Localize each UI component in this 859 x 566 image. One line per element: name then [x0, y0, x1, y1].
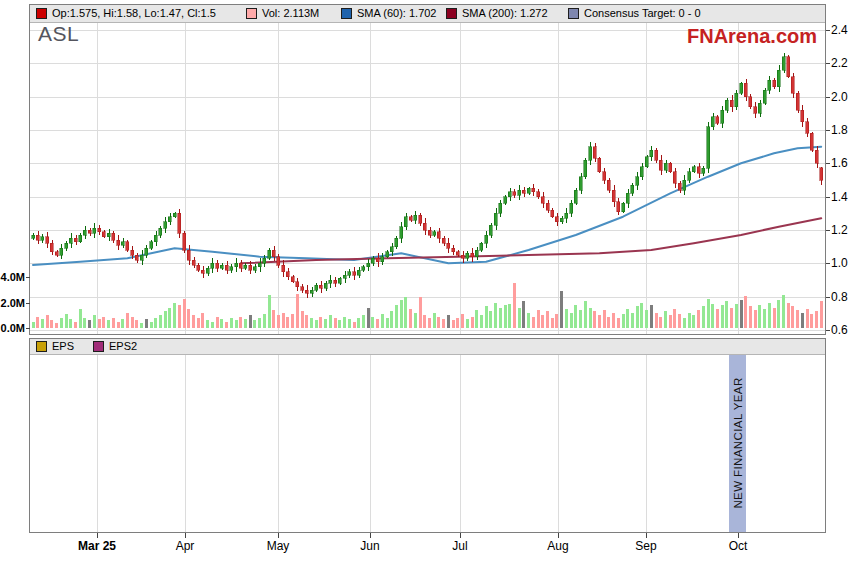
volume-bar	[570, 313, 573, 328]
candle-body	[763, 90, 766, 103]
volume-bar	[164, 311, 167, 328]
volume-bar	[456, 318, 459, 328]
candle-body	[744, 83, 747, 96]
volume-bar	[197, 318, 200, 328]
volume-bar	[216, 317, 219, 329]
volume-bar	[442, 319, 445, 328]
candle-body	[79, 235, 82, 242]
volume-bar	[447, 315, 450, 328]
month-axis-tick	[278, 533, 279, 538]
price-axis-label: 1.0	[831, 256, 859, 270]
volume-bar	[527, 313, 530, 328]
volume-bar	[249, 315, 252, 328]
legend-item-ohlc: Op:1.575, Hi:1.58, Lo:1.47, Cl:1.5	[36, 7, 216, 19]
legend-label: EPS2	[109, 340, 137, 352]
volume-bar	[782, 295, 785, 328]
consensus-target-swatch-icon	[568, 8, 579, 19]
eps-chart-canvas	[30, 339, 825, 532]
volume-axis-label: 0.0M	[0, 322, 25, 334]
candle-body	[777, 70, 780, 87]
volume-bar	[409, 309, 412, 328]
candle-body	[41, 237, 44, 240]
candle-body	[192, 260, 195, 265]
volume-swatch-icon	[246, 8, 257, 19]
candle-body	[88, 230, 91, 233]
eps-panel: EPSEPS2 NEW FINANCIAL YEAR	[29, 338, 826, 533]
candle-body	[187, 250, 190, 260]
volume-bar	[390, 311, 393, 328]
volume-bar	[659, 317, 662, 329]
legend-label: Consensus Target: 0 - 0	[584, 7, 701, 19]
candle-body	[716, 117, 719, 124]
volume-bar	[763, 309, 766, 328]
candle-body	[117, 240, 120, 245]
candle-body	[36, 235, 39, 240]
volume-bar	[466, 319, 469, 328]
candle-body	[810, 133, 813, 150]
candle-body	[301, 287, 304, 290]
candle-body	[319, 285, 322, 288]
volume-bar	[428, 318, 431, 328]
candle-body	[201, 270, 204, 273]
new-financial-year-label: NEW FINANCIAL YEAR	[732, 377, 744, 508]
candle-body	[419, 215, 422, 223]
candle-body	[286, 272, 289, 277]
volume-bar	[131, 317, 134, 329]
candle-body	[211, 263, 214, 268]
candle-body	[480, 243, 483, 250]
volume-bar	[79, 309, 82, 328]
volume-bar	[702, 306, 705, 328]
candle-body	[338, 278, 341, 283]
volume-bar	[404, 297, 407, 328]
candle-body	[707, 127, 710, 169]
volume-axis-label: 4.0M	[0, 271, 25, 283]
candle-body	[409, 217, 412, 220]
volume-bar	[154, 318, 157, 328]
candle-body	[230, 267, 233, 270]
volume-bar	[640, 303, 643, 329]
candle-body	[730, 100, 733, 107]
sma200-line	[241, 218, 822, 263]
candle-body	[773, 80, 776, 87]
volume-bar	[806, 309, 809, 328]
candle-body	[121, 242, 124, 245]
candle-body	[447, 243, 450, 248]
volume-bar	[192, 315, 195, 328]
volume-bar	[593, 311, 596, 328]
volume-axis-tick	[26, 328, 30, 329]
candle-body	[371, 258, 374, 263]
volume-bar	[758, 305, 761, 328]
volume-bar	[688, 313, 691, 328]
candle-body	[164, 222, 167, 229]
volume-bar	[319, 317, 322, 329]
month-axis-tick	[646, 533, 647, 538]
candle-body	[50, 243, 53, 251]
site-logo: FNArena.com	[687, 25, 817, 48]
price-axis-label: 1.4	[831, 190, 859, 204]
candle-body	[664, 163, 667, 170]
volume-bar	[537, 310, 540, 328]
candle-body	[386, 252, 389, 257]
month-label-apr: Apr	[176, 539, 195, 553]
volume-bar	[522, 301, 525, 328]
volume-bar	[683, 318, 686, 328]
month-label-aug: Aug	[547, 539, 568, 553]
volume-bar	[338, 320, 341, 328]
volume-bar	[513, 283, 516, 328]
candle-body	[725, 100, 728, 110]
candle-body	[225, 265, 228, 270]
volume-bar	[725, 301, 728, 328]
candle-body	[678, 183, 681, 190]
candle-body	[787, 57, 790, 77]
volume-bar	[55, 323, 58, 328]
sma200-swatch-icon	[446, 8, 457, 19]
month-label-mar-25: Mar 25	[78, 539, 116, 553]
volume-bar	[173, 303, 176, 329]
candle-body	[508, 192, 511, 197]
month-label-sep: Sep	[635, 539, 656, 553]
candle-body	[527, 188, 530, 193]
candle-body	[754, 107, 757, 114]
price-axis-tick	[826, 130, 830, 131]
candle-body	[291, 277, 294, 282]
price-axis-tick	[826, 163, 830, 164]
